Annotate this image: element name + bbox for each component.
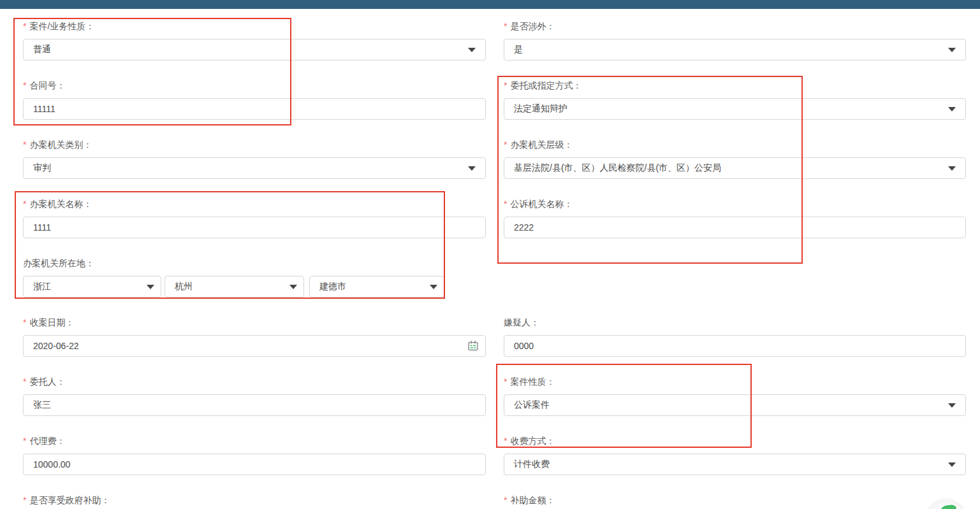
field-label: 代理费： (29, 436, 65, 445)
client-input[interactable]: 张三 (23, 394, 486, 416)
required-asterisk: * (504, 81, 507, 90)
field-label: 案件性质： (510, 377, 555, 386)
input-value: 0000 (514, 341, 534, 351)
field-organ-name: * 办案机关名称： 1111 (23, 199, 486, 238)
accept-date-picker[interactable]: 2020-06-22 (23, 335, 486, 357)
selected-value: 计件收费 (514, 459, 550, 470)
fee-method-select[interactable]: 计件收费 (504, 454, 966, 475)
required-asterisk: * (23, 22, 26, 31)
entrust-mode-select[interactable]: 法定通知辩护 (504, 98, 966, 120)
chevron-down-icon (948, 107, 956, 111)
selected-value: 公诉案件 (514, 399, 550, 411)
city-select[interactable]: 杭州 (165, 276, 304, 298)
field-organ-location: 办案机关所在地： 浙江 杭州 建德市 (23, 259, 486, 298)
organ-name-input[interactable]: 1111 (23, 217, 486, 238)
chevron-down-icon (468, 166, 476, 171)
selected-value: 普通 (33, 44, 51, 55)
field-agency-fee: * 代理费： 10000.00 (23, 436, 486, 475)
required-asterisk: * (504, 436, 507, 445)
chevron-down-icon (430, 285, 437, 289)
field-suspect: 嫌疑人： 0000 (504, 318, 966, 357)
case-entry-form-page: * 案件/业务性质： 普通 * 合同号： 11111 * 办案机关类别： 审判 … (0, 0, 980, 509)
required-asterisk: * (23, 318, 26, 327)
input-value: 张三 (33, 399, 51, 411)
required-asterisk: * (504, 496, 507, 505)
chevron-down-icon (948, 48, 956, 52)
field-entrust-mode: * 委托或指定方式： 法定通知辩护 (504, 81, 966, 120)
field-case-type: * 案件性质： 公诉案件 (504, 377, 966, 416)
field-label: 办案机关类别： (29, 140, 92, 149)
field-label: 是否享受政府补助： (29, 496, 110, 505)
chevron-down-icon (147, 285, 154, 289)
input-value: 2020-06-22 (33, 341, 79, 351)
floating-widget-icon (940, 504, 956, 509)
field-client: * 委托人： 张三 (23, 377, 486, 416)
case-type-select[interactable]: 公诉案件 (504, 394, 966, 416)
top-navigation-bar (0, 0, 980, 9)
field-prosecution-organ-name: * 公诉机关名称： 2222 (504, 199, 966, 238)
field-subsidy-amount: * 补助金额： (504, 496, 966, 509)
required-asterisk: * (23, 377, 26, 386)
selected-value: 法定通知辩护 (514, 103, 567, 115)
field-label: 案件/业务性质： (29, 22, 94, 31)
suspect-input[interactable]: 0000 (504, 335, 966, 357)
field-organ-level: * 办案机关层级： 基层法院/县(市、区）人民检察院/县(市、区）公安局 (504, 140, 966, 179)
field-organ-category: * 办案机关类别： 审判 (23, 140, 486, 179)
input-value: 11111 (33, 104, 55, 114)
field-label: 公诉机关名称： (510, 199, 573, 208)
field-label: 是否涉外： (510, 22, 555, 31)
required-asterisk: * (23, 199, 26, 208)
field-accept-date: * 收案日期： 2020-06-22 (23, 318, 486, 357)
field-is-foreign: * 是否涉外： 是 (504, 22, 966, 61)
input-value: 10000.00 (33, 459, 70, 470)
required-asterisk: * (23, 140, 26, 149)
required-asterisk: * (23, 436, 26, 445)
district-select[interactable]: 建德市 (309, 276, 444, 298)
field-label: 补助金额： (510, 496, 555, 505)
field-label: 办案机关层级： (510, 140, 573, 149)
required-asterisk: * (504, 140, 507, 149)
field-label: 嫌疑人： (504, 318, 539, 327)
chevron-down-icon (948, 462, 956, 467)
is-foreign-select[interactable]: 是 (504, 39, 966, 61)
required-asterisk: * (504, 377, 507, 386)
selected-value: 是 (514, 44, 523, 55)
input-value: 1111 (33, 222, 51, 233)
prosecution-organ-name-input[interactable]: 2222 (504, 217, 966, 238)
required-asterisk: * (504, 22, 507, 31)
field-label: 收费方式： (510, 436, 555, 445)
field-label: 收案日期： (29, 318, 74, 327)
case-nature-select[interactable]: 普通 (23, 39, 486, 61)
selected-value: 浙江 (33, 281, 51, 292)
field-label: 委托或指定方式： (510, 81, 581, 90)
organ-category-select[interactable]: 审判 (23, 157, 486, 179)
required-asterisk: * (23, 81, 26, 90)
field-fee-method: * 收费方式： 计件收费 (504, 436, 966, 475)
field-label: 办案机关名称： (29, 199, 92, 208)
selected-value: 建德市 (319, 281, 346, 292)
input-value: 2222 (514, 222, 534, 233)
required-asterisk: * (23, 496, 26, 505)
field-label: 合同号： (29, 81, 65, 90)
selected-value: 审判 (33, 162, 51, 174)
agency-fee-input[interactable]: 10000.00 (23, 454, 486, 475)
required-asterisk: * (504, 199, 507, 208)
chevron-down-icon (948, 166, 956, 171)
chevron-down-icon (468, 48, 476, 52)
field-label: 委托人： (29, 377, 65, 386)
contract-no-input[interactable]: 11111 (23, 98, 486, 120)
selected-value: 杭州 (175, 281, 193, 292)
organ-level-select[interactable]: 基层法院/县(市、区）人民检察院/县(市、区）公安局 (504, 157, 966, 179)
chevron-down-icon (948, 403, 956, 408)
field-contract-no: * 合同号： 11111 (23, 81, 486, 120)
field-case-nature: * 案件/业务性质： 普通 (23, 22, 486, 61)
chevron-down-icon (289, 285, 297, 289)
field-gov-subsidy: * 是否享受政府补助： (23, 496, 486, 509)
calendar-icon (467, 340, 479, 352)
field-label: 办案机关所在地： (23, 259, 94, 268)
selected-value: 基层法院/县(市、区）人民检察院/县(市、区）公安局 (514, 162, 721, 174)
province-select[interactable]: 浙江 (23, 276, 161, 298)
